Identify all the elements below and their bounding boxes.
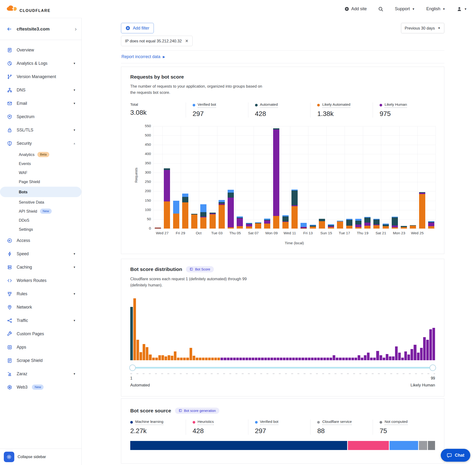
sidebar-item-label: SSL/TLS — [17, 128, 33, 133]
legend-dot — [193, 104, 195, 106]
histogram-bar-likely_automated — [214, 358, 217, 360]
slider-handle-min[interactable] — [129, 365, 136, 371]
sidebar-item-web3[interactable]: Web3New — [0, 380, 81, 394]
book-icon — [190, 267, 193, 271]
security-icon — [7, 141, 12, 146]
bot-score-generation-doc-badge[interactable]: Bot score generation — [175, 408, 220, 414]
chart-bar-segment-automated — [328, 225, 334, 226]
sidebar-item-overview[interactable]: Overview — [0, 43, 81, 57]
add-filter-button[interactable]: Add filter — [121, 23, 154, 33]
support-menu[interactable]: Support ▼ — [395, 6, 415, 11]
sidebar-item-custom-pages[interactable]: Custom Pages — [0, 327, 81, 340]
sidebar-item-settings[interactable]: Settings — [0, 225, 81, 234]
histogram-bar-likely_human — [227, 358, 230, 360]
stat-value: 75 — [380, 427, 435, 435]
stat-label: Not computed — [385, 420, 408, 425]
slider-handle-max[interactable] — [430, 365, 436, 371]
source-stats-row: Machine learning2.27kHeuristics428Verifi… — [130, 420, 435, 435]
gridline — [435, 126, 436, 229]
quick-settings-button[interactable] — [4, 452, 14, 462]
source-bar-segment-cloudflare-service — [419, 441, 427, 450]
histogram-bar-likely_automated — [137, 340, 139, 360]
chart-bar-segment-likely_automated — [310, 227, 316, 229]
sidebar-item-apps[interactable]: Apps — [0, 340, 81, 354]
chevron-right-icon[interactable]: › — [75, 26, 77, 32]
sidebar-item-network[interactable]: Network — [0, 300, 81, 314]
sidebar-item-spectrum[interactable]: Spectrum — [0, 110, 81, 123]
gridline — [254, 126, 254, 229]
histogram-bar-likely_automated — [217, 358, 220, 360]
histogram-bar-likely_human — [255, 358, 257, 360]
bot-score-doc-badge[interactable]: Bot Score — [186, 266, 214, 272]
back-arrow-icon[interactable] — [7, 26, 12, 32]
histogram-bar-likely_human — [398, 353, 401, 360]
gridline — [153, 136, 436, 136]
histogram-bar-likely_automated — [174, 351, 176, 360]
sidebar-item-caching[interactable]: Caching▼ — [0, 261, 81, 274]
stat-machine-learning: Machine learning2.27k — [130, 420, 186, 435]
sidebar-item-events[interactable]: Events — [0, 159, 81, 168]
sidebar-item-security[interactable]: Security▲ — [0, 137, 81, 150]
histogram-bar-likely_human — [327, 358, 329, 360]
sidebar-item-label: DDoS — [19, 218, 29, 223]
sidebar-item-access[interactable]: Access — [0, 234, 81, 247]
chart-bar-segment-verified_bot — [346, 219, 352, 220]
sidebar-item-sensitive-data[interactable]: Sensitive Data — [0, 198, 81, 207]
chart-bar-segment-automated — [282, 216, 289, 222]
email-icon — [7, 101, 12, 106]
stat-label: Automated — [260, 102, 278, 108]
chat-button[interactable]: Chat — [441, 449, 470, 462]
histogram-bar-likely_automated — [165, 356, 167, 360]
language-menu[interactable]: English ▼ — [426, 6, 445, 11]
sidebar-item-speed[interactable]: Speed▼ — [0, 247, 81, 261]
gridline — [199, 126, 199, 229]
chevron-down-icon: ▼ — [73, 372, 76, 375]
chevron-down-icon: ▼ — [438, 27, 441, 30]
cloudflare-cloud-icon — [5, 5, 19, 13]
sidebar-item-rules[interactable]: Rules▼ — [0, 287, 81, 300]
sidebar-item-waf[interactable]: WAF — [0, 168, 81, 177]
collapse-sidebar-label: Collapse sidebar — [18, 455, 46, 459]
date-range-select[interactable]: Previous 30 days ▼ — [401, 23, 444, 33]
traffic-icon — [7, 318, 12, 323]
remove-filter-icon[interactable]: ✕ — [185, 39, 188, 43]
slider-max-label: 99 — [431, 376, 435, 380]
sidebar-item-zaraz[interactable]: Zaraz▼ — [0, 367, 81, 380]
sidebar-item-ssl-tls[interactable]: SSL/TLS▼ — [0, 123, 81, 137]
histogram-bar-likely_automated — [152, 358, 155, 360]
sidebar-item-dns[interactable]: DNS▼ — [0, 83, 81, 97]
report-incorrect-data-link[interactable]: Report incorrect data ▶ — [121, 54, 165, 59]
histogram-bar-likely_human — [355, 358, 357, 360]
collapse-sidebar[interactable]: Collapse sidebar — [0, 449, 81, 465]
sidebar-item-workers-routes[interactable]: Workers Routes — [0, 274, 81, 287]
histogram-bar-likely_human — [298, 358, 301, 360]
sidebar-item-analytics[interactable]: AnalyticsBeta — [0, 150, 81, 159]
sidebar-item-analytics-logs[interactable]: Analytics & Logs▼ — [0, 57, 81, 70]
sidebar-item-version-management[interactable]: Version Management — [0, 70, 81, 83]
main-content: Add filter IP does not equal 35.212.240.… — [82, 18, 476, 465]
requests-chart: Requests 0501001502002503003504004505005… — [153, 126, 435, 245]
sidebar-item-bots[interactable]: Bots — [0, 187, 81, 197]
add-site-button[interactable]: Add site — [345, 6, 367, 11]
cloudflare-logo[interactable]: CLOUDFLARE — [5, 5, 51, 13]
rules-icon — [7, 291, 12, 296]
chart-bar-segment-likely_automated — [182, 202, 188, 228]
histogram-bar-likely_human — [370, 358, 373, 360]
histogram-bar-likely_human — [305, 358, 307, 360]
sidebar-item-ddos[interactable]: DDoS — [0, 216, 81, 225]
search-button[interactable] — [378, 6, 383, 12]
chart-bar-segment-automated — [182, 197, 188, 202]
bot-score-distribution-card: Bot score distribution Bot Score Cloudfl… — [121, 259, 444, 396]
sidebar-item-label: Apps — [17, 345, 26, 350]
sidebar-item-email[interactable]: Email▼ — [0, 97, 81, 110]
filter-chip[interactable]: IP does not equal 35.212.240.32 ✕ — [121, 36, 193, 46]
sidebar-item-page-shield[interactable]: Page Shield — [0, 177, 81, 186]
sidebar-item-label: Spectrum — [17, 114, 34, 119]
sidebar-item-api-shield[interactable]: API ShieldNew — [0, 207, 81, 216]
sidebar: cftestsite3.com › OverviewAnalytics & Lo… — [0, 18, 82, 465]
sidebar-item-traffic[interactable]: Traffic▼ — [0, 314, 81, 327]
sidebar-nav: OverviewAnalytics & Logs▼Version Managem… — [0, 40, 81, 449]
account-menu[interactable]: ▼ — [457, 6, 467, 12]
chart-bar-segment-verified_bot — [364, 217, 370, 218]
sidebar-item-scrape-shield[interactable]: Scrape Shield — [0, 354, 81, 367]
